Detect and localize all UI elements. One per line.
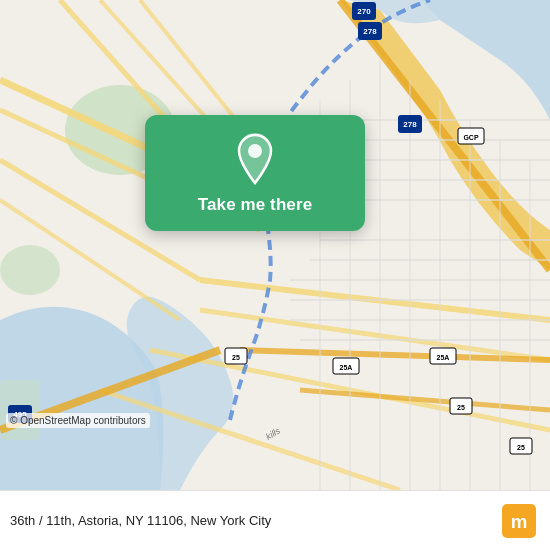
svg-point-2 [0,245,60,295]
address-text: 36th / 11th, Astoria, NY 11106, New York… [10,513,271,528]
moovit-logo-icon: m [502,504,536,538]
svg-text:25: 25 [517,444,525,451]
bottom-bar: 36th / 11th, Astoria, NY 11106, New York… [0,490,550,550]
svg-text:m: m [511,510,528,531]
location-pin-icon [233,133,277,185]
svg-text:270: 270 [357,7,371,16]
svg-text:GCP: GCP [463,134,479,141]
map-container: 278 278 495 25 25A 25A 25 25 GCP 270 kil… [0,0,550,490]
pin-icon-container [229,133,281,185]
svg-text:25: 25 [232,354,240,361]
take-me-there-button[interactable]: Take me there [198,195,312,215]
svg-point-59 [248,144,262,158]
osm-attribution: © OpenStreetMap contributors [6,413,150,428]
moovit-logo: m [502,504,536,538]
svg-text:278: 278 [363,27,377,36]
svg-text:278: 278 [403,120,417,129]
svg-text:25A: 25A [340,364,353,371]
location-card: Take me there [145,115,365,231]
svg-text:25: 25 [457,404,465,411]
svg-text:25A: 25A [437,354,450,361]
